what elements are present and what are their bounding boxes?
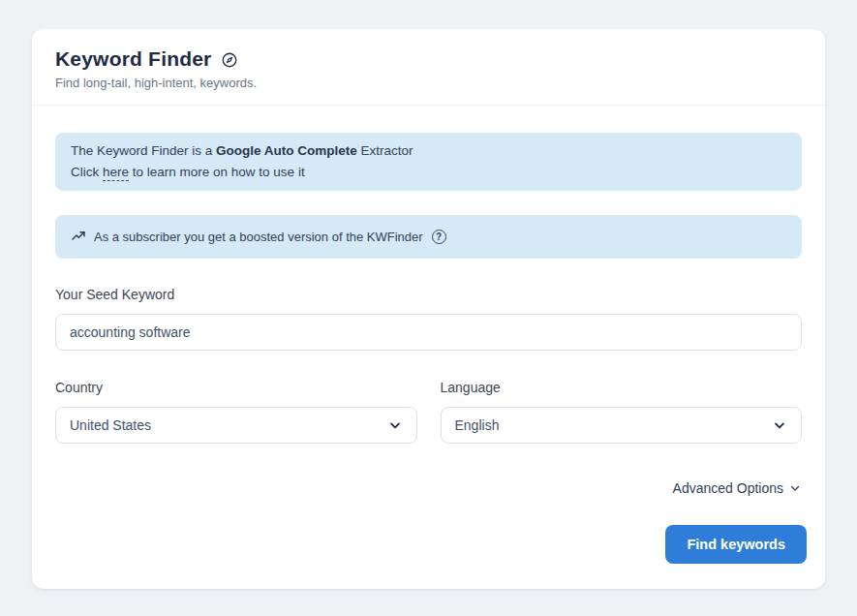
country-select[interactable]: United States <box>55 407 417 444</box>
help-icon[interactable]: ? <box>432 230 446 244</box>
card-header: Keyword Finder Find long-tail, high-inte… <box>32 29 825 106</box>
find-keywords-button[interactable]: Find keywords <box>665 525 807 564</box>
info-callout-line2: Click here to learn more on how to use i… <box>71 162 786 183</box>
info-line2-prefix: Click <box>71 165 103 179</box>
info-callout: The Keyword Finder is a Google Auto Comp… <box>55 133 802 191</box>
language-col: Language English <box>441 380 803 444</box>
locale-row: Country United States Language English <box>55 380 802 444</box>
info-line2-suffix: to learn more on how to use it <box>129 165 305 179</box>
keyword-finder-card: Keyword Finder Find long-tail, high-inte… <box>32 29 825 589</box>
info-line1-bold: Google Auto Complete <box>216 143 357 158</box>
page-subtitle: Find long-tail, high-intent, keywords. <box>55 76 802 90</box>
country-col: Country United States <box>55 380 417 444</box>
language-label: Language <box>441 380 803 395</box>
info-line1-suffix: Extractor <box>357 143 413 158</box>
compass-icon <box>221 51 238 69</box>
trending-up-icon <box>71 229 86 244</box>
info-line1-prefix: The Keyword Finder is a <box>71 143 216 158</box>
advanced-options-toggle[interactable]: Advanced Options <box>55 480 802 496</box>
advanced-options-label: Advanced Options <box>673 480 783 496</box>
here-link[interactable]: here <box>103 165 129 181</box>
card-body: The Keyword Finder is a Google Auto Comp… <box>32 106 825 585</box>
footer-row: Find keywords <box>55 525 802 564</box>
seed-keyword-input[interactable] <box>55 314 802 351</box>
subscriber-callout: As a subscriber you get a boosted versio… <box>55 215 802 259</box>
seed-keyword-label: Your Seed Keyword <box>55 287 802 302</box>
chevron-down-icon <box>387 417 403 433</box>
chevron-down-icon <box>788 481 802 495</box>
language-select-value: English <box>455 417 500 433</box>
info-callout-line1: The Keyword Finder is a Google Auto Comp… <box>71 140 786 162</box>
country-label: Country <box>55 380 417 395</box>
subscriber-text: As a subscriber you get a boosted versio… <box>94 230 423 244</box>
page-title: Keyword Finder <box>55 47 212 71</box>
chevron-down-icon <box>772 417 787 433</box>
country-select-value: United States <box>70 417 151 433</box>
language-select[interactable]: English <box>441 407 803 444</box>
